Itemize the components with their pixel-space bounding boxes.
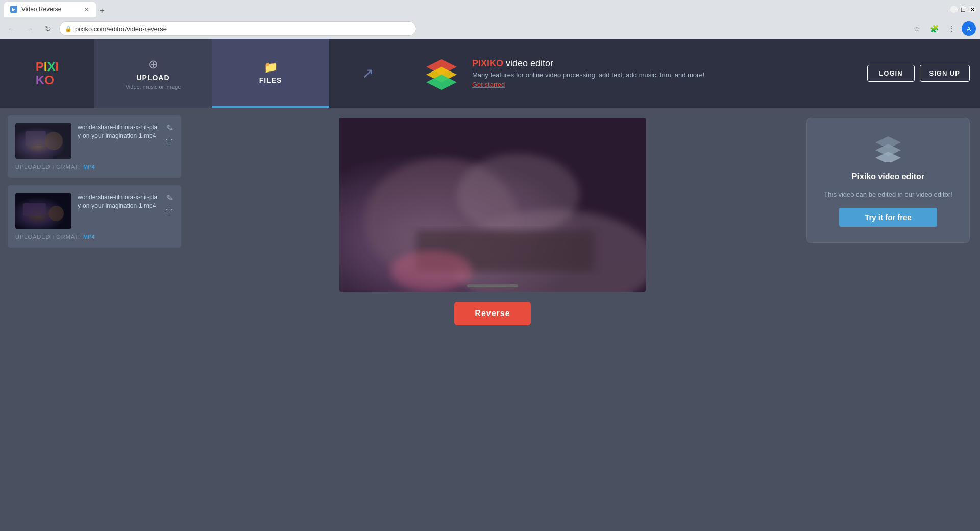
preview-area: Reverse	[189, 108, 796, 531]
file-card-1-top: wondershare-filmora-x-hit-play-on-your-i…	[15, 123, 174, 159]
svg-point-5	[44, 132, 63, 150]
file-card-1: wondershare-filmora-x-hit-play-on-your-i…	[8, 115, 181, 178]
app-header: P I X I K O ⊕ UPLOAD Video, music or ima…	[0, 39, 980, 108]
files-button[interactable]: 📁 FILES	[212, 39, 329, 108]
delete-icon-2: 🗑	[165, 207, 174, 216]
file-format-label-1: UPLOADED FORMAT:	[15, 164, 80, 170]
logo-i2: I	[56, 60, 59, 74]
try-free-button[interactable]: Try it for free	[839, 208, 937, 227]
file-actions-2: ✎ 🗑	[165, 193, 174, 216]
promo-logo-icon	[421, 53, 462, 94]
file-edit-button-2[interactable]: ✎	[165, 193, 174, 203]
thumb-placeholder-2	[15, 193, 71, 229]
reload-button[interactable]: ↻	[41, 21, 55, 36]
file-card-2: wondershare-filmora-x-hit-play-on-your-i…	[8, 185, 181, 248]
profile-icon[interactable]: A	[962, 21, 976, 36]
more-button[interactable]: ⋮	[944, 21, 959, 36]
file-delete-button-1[interactable]: 🗑	[165, 137, 174, 146]
upload-label: UPLOAD	[136, 74, 169, 82]
upload-button[interactable]: ⊕ UPLOAD Video, music or image	[94, 39, 212, 108]
browser-tab[interactable]: ▶ Video Reverse ✕	[4, 2, 96, 17]
editor-promo-desc: This video can be edited in our video ed…	[824, 189, 952, 200]
video-progress-bar[interactable]	[467, 284, 518, 287]
close-button[interactable]: ✕	[969, 6, 976, 13]
edit-icon-2: ✎	[166, 193, 173, 203]
editor-promo-card: Pixiko video editor This video can be ed…	[806, 118, 970, 243]
file-name-2: wondershare-filmora-x-hit-play-on-your-i…	[78, 193, 159, 210]
editor-promo-icon	[873, 134, 903, 162]
auth-buttons: LOGIN SIGN UP	[857, 65, 980, 82]
lock-icon: 🔒	[65, 26, 72, 32]
promo-cta-link[interactable]: Get started	[472, 81, 704, 88]
address-bar[interactable]: 🔒 pixiko.com/editor/video-reverse	[59, 21, 416, 36]
share-icon: ↗	[362, 65, 374, 82]
file-format-label-2: UPLOADED FORMAT:	[15, 234, 80, 240]
promo-text: PIXIKO video editor Many features for on…	[472, 58, 704, 88]
url-text: pixiko.com/editor/video-reverse	[75, 25, 411, 33]
toolbar-right: ☆ 🧩 ⋮ A	[910, 21, 976, 36]
upload-sublabel: Video, music or image	[126, 84, 181, 90]
edit-icon-1: ✎	[166, 123, 173, 133]
upload-icon: ⊕	[148, 57, 158, 71]
delete-icon-1: 🗑	[165, 137, 174, 146]
file-thumb-1	[15, 123, 71, 159]
file-meta-1: UPLOADED FORMAT: MP4	[15, 164, 174, 170]
editor-promo-title: Pixiko video editor	[852, 172, 924, 181]
right-panel: Pixiko video editor This video can be ed…	[796, 108, 980, 531]
bookmark-button[interactable]: ☆	[910, 21, 924, 36]
file-info-2: wondershare-filmora-x-hit-play-on-your-i…	[78, 193, 159, 210]
file-delete-button-2[interactable]: 🗑	[165, 207, 174, 216]
app-main: wondershare-filmora-x-hit-play-on-your-i…	[0, 108, 980, 531]
extensions-button[interactable]: 🧩	[927, 21, 941, 36]
back-button[interactable]: ←	[4, 21, 18, 36]
new-tab-button[interactable]: +	[96, 5, 108, 17]
file-meta-2: UPLOADED FORMAT: MP4	[15, 234, 174, 240]
logo-x: X	[47, 60, 56, 74]
logo-o: O	[44, 73, 54, 87]
promo-subtitle: Many features for online video processin…	[472, 71, 704, 79]
video-preview	[339, 118, 646, 292]
tab-close-button[interactable]: ✕	[83, 6, 90, 13]
window-controls: — □ ✕	[950, 6, 976, 13]
app-container: P I X I K O ⊕ UPLOAD Video, music or ima…	[0, 39, 980, 531]
file-format-value-1: MP4	[83, 164, 95, 170]
maximize-button[interactable]: □	[960, 6, 967, 13]
logo-k: K	[36, 73, 44, 87]
signup-button[interactable]: SIGN UP	[920, 65, 970, 82]
sidebar: wondershare-filmora-x-hit-play-on-your-i…	[0, 108, 189, 531]
svg-rect-7	[23, 203, 46, 216]
share-button[interactable]: ↗	[329, 39, 406, 108]
tab-favicon: ▶	[10, 6, 17, 13]
file-edit-button-1[interactable]: ✎	[165, 123, 174, 133]
reverse-button[interactable]: Reverse	[454, 302, 530, 325]
forward-button[interactable]: →	[22, 21, 37, 36]
logo-p: P	[36, 60, 44, 74]
file-name-1: wondershare-filmora-x-hit-play-on-your-i…	[78, 123, 159, 140]
file-actions-1: ✎ 🗑	[165, 123, 174, 146]
login-button[interactable]: LOGIN	[867, 65, 914, 82]
minimize-button[interactable]: —	[950, 6, 958, 13]
svg-rect-4	[26, 131, 46, 146]
svg-marker-17	[875, 152, 901, 162]
file-info-1: wondershare-filmora-x-hit-play-on-your-i…	[78, 123, 159, 140]
file-format-value-2: MP4	[83, 234, 95, 240]
logo-area: P I X I K O	[0, 50, 94, 98]
video-frame	[339, 118, 646, 292]
files-icon: 📁	[264, 61, 278, 74]
svg-point-14	[390, 251, 472, 292]
tab-title: Video Reverse	[21, 6, 62, 13]
promo-title: PIXIKO video editor	[472, 58, 704, 69]
logo: P I X I K O	[36, 60, 59, 87]
logo-i: I	[44, 60, 47, 74]
promo-area: PIXIKO video editor Many features for on…	[406, 53, 857, 94]
file-card-2-top: wondershare-filmora-x-hit-play-on-your-i…	[15, 193, 174, 229]
thumb-placeholder-1	[15, 123, 71, 159]
svg-point-8	[48, 206, 64, 221]
file-thumb-2	[15, 193, 71, 229]
files-label: FILES	[259, 76, 282, 84]
svg-point-12	[457, 154, 579, 235]
